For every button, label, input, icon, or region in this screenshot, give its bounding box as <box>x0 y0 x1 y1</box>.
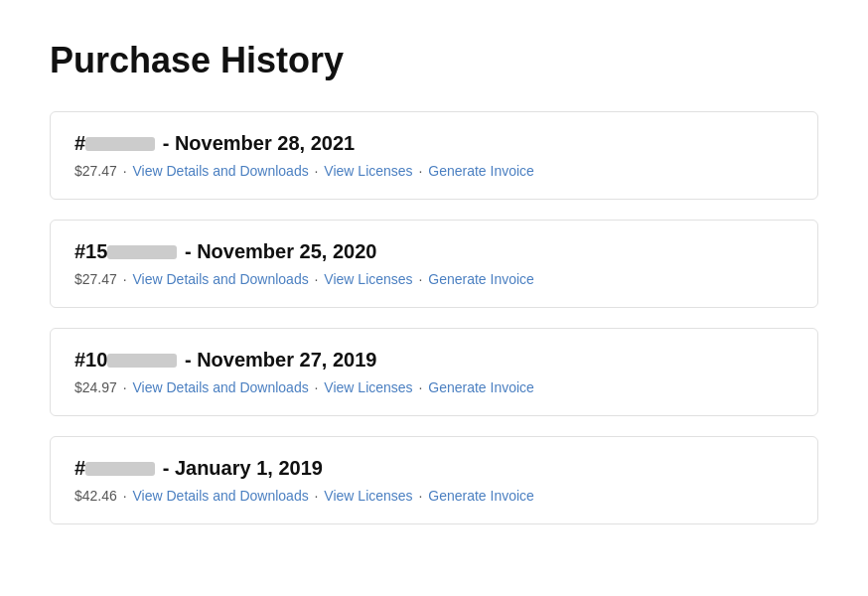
separator-icon: · <box>415 163 427 179</box>
purchase-card: # - November 28, 2021$27.47 · View Detai… <box>50 111 818 200</box>
order-amount: $42.46 <box>74 488 117 504</box>
purchase-card: #15 - November 25, 2020$27.47 · View Det… <box>50 220 818 308</box>
purchase-card: #10 - November 27, 2019$24.97 · View Det… <box>50 328 818 416</box>
order-date-separator: - <box>179 240 197 262</box>
separator-icon: · <box>415 488 427 504</box>
generate-invoice-link[interactable]: Generate Invoice <box>428 271 534 287</box>
generate-invoice-link[interactable]: Generate Invoice <box>428 379 534 395</box>
order-actions: $27.47 · View Details and Downloads · Vi… <box>74 163 794 179</box>
separator-icon: · <box>119 379 131 395</box>
order-id-redacted <box>85 462 155 476</box>
order-title: # - November 28, 2021 <box>74 132 794 155</box>
order-date-separator: - <box>157 457 175 479</box>
order-date: January 1, 2019 <box>175 457 323 479</box>
view-licenses-link[interactable]: View Licenses <box>324 163 412 179</box>
order-title: #15 - November 25, 2020 <box>74 240 794 263</box>
separator-icon: · <box>119 163 131 179</box>
order-title: #10 - November 27, 2019 <box>74 349 794 372</box>
order-actions: $27.47 · View Details and Downloads · Vi… <box>74 271 794 287</box>
order-id-redacted <box>85 137 155 151</box>
separator-icon: · <box>415 379 427 395</box>
order-id-prefix: #10 <box>74 349 107 371</box>
order-date-separator: - <box>179 349 197 371</box>
separator-icon: · <box>415 271 427 287</box>
view-details-link[interactable]: View Details and Downloads <box>133 488 309 504</box>
separator-icon: · <box>311 163 323 179</box>
separator-icon: · <box>311 379 323 395</box>
order-actions: $24.97 · View Details and Downloads · Vi… <box>74 379 794 395</box>
order-title: # - January 1, 2019 <box>74 457 794 480</box>
separator-icon: · <box>311 271 323 287</box>
page-title: Purchase History <box>50 40 818 81</box>
view-details-link[interactable]: View Details and Downloads <box>133 271 309 287</box>
order-amount: $27.47 <box>74 163 117 179</box>
view-details-link[interactable]: View Details and Downloads <box>133 163 309 179</box>
view-details-link[interactable]: View Details and Downloads <box>133 379 309 395</box>
order-amount: $24.97 <box>74 379 117 395</box>
view-licenses-link[interactable]: View Licenses <box>324 488 412 504</box>
order-date: November 28, 2021 <box>175 132 355 154</box>
order-actions: $42.46 · View Details and Downloads · Vi… <box>74 488 794 504</box>
view-licenses-link[interactable]: View Licenses <box>324 271 412 287</box>
generate-invoice-link[interactable]: Generate Invoice <box>428 163 534 179</box>
view-licenses-link[interactable]: View Licenses <box>324 379 412 395</box>
generate-invoice-link[interactable]: Generate Invoice <box>428 488 534 504</box>
separator-icon: · <box>311 488 323 504</box>
purchase-list: # - November 28, 2021$27.47 · View Detai… <box>50 111 818 524</box>
order-date-separator: - <box>157 132 175 154</box>
order-date: November 25, 2020 <box>197 240 376 262</box>
separator-icon: · <box>119 488 131 504</box>
separator-icon: · <box>119 271 131 287</box>
order-id-prefix: # <box>74 457 85 479</box>
order-id-prefix: #15 <box>74 240 107 262</box>
order-id-redacted <box>107 245 177 259</box>
order-id-redacted <box>107 354 177 368</box>
purchase-card: # - January 1, 2019$42.46 · View Details… <box>50 436 818 524</box>
order-id-prefix: # <box>74 132 85 154</box>
order-amount: $27.47 <box>74 271 117 287</box>
order-date: November 27, 2019 <box>197 349 376 371</box>
